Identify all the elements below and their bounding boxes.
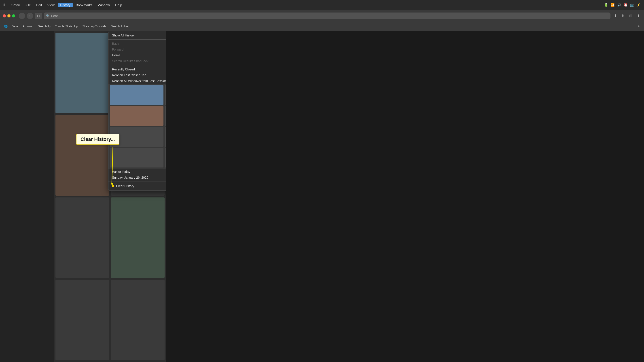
clear-history-item[interactable]: Clear History...: [108, 183, 166, 189]
address-text: Sear...: [51, 14, 60, 18]
bookmark-amazon[interactable]: Amazon: [21, 24, 35, 28]
battery-icon: 🔋: [604, 3, 608, 7]
bookmarks-bar: 🌐 Desk Amazon SketchUp Trimble SketchUp …: [0, 22, 644, 31]
preview-block-6: [165, 127, 166, 147]
preview-block-7: [110, 148, 164, 168]
menu-history[interactable]: History: [58, 3, 73, 8]
sidebar: [0, 31, 54, 362]
show-all-history-item[interactable]: Show All History ⌘Y: [108, 32, 166, 38]
recently-closed-item[interactable]: Recently Closed ▶: [108, 66, 166, 72]
bg-block-7: [56, 280, 109, 360]
search-icon: 🔍: [46, 14, 50, 18]
main-content: Show All History ⌘Y Back ⌘[ Forward ⌘] H…: [0, 31, 644, 362]
annotation-container: Clear History...: [76, 134, 120, 145]
sunday-date-label: Sunday, January 26, 2020: [112, 176, 148, 179]
menu-view[interactable]: View: [45, 3, 57, 8]
lifewire-favicon[interactable]: 🌐: [3, 23, 9, 30]
traffic-lights: [3, 14, 15, 18]
bluetooth-icon: ⚡: [636, 3, 640, 7]
add-bookmark-button[interactable]: +: [636, 24, 641, 29]
separator-3: [108, 182, 166, 182]
reopen-all-windows-item[interactable]: Reopen All Windows from Last Session: [108, 78, 166, 84]
toolbar-icons: ⬇ 🗑 ⊞ ⬆: [612, 13, 641, 19]
menu-safari[interactable]: Safari: [9, 3, 22, 8]
recently-closed-label: Recently Closed: [112, 68, 135, 71]
minimize-button[interactable]: [8, 14, 10, 18]
maximize-button[interactable]: [12, 14, 15, 18]
clear-history-label: Clear History...: [116, 184, 137, 188]
preview-block-8: [165, 148, 166, 168]
bg-block-3: [56, 115, 109, 196]
menu-window[interactable]: Window: [96, 3, 112, 8]
clear-history-dot-icon: [112, 185, 114, 187]
snapback-label: Search Results SnapBack: [112, 59, 148, 63]
bg-block-1: [56, 33, 109, 113]
menu-edit[interactable]: Edit: [34, 3, 44, 8]
share-button[interactable]: ⬆: [635, 13, 641, 19]
back-icon: ‹: [22, 14, 22, 18]
home-label: Home: [112, 54, 120, 57]
preview-blocks: [108, 84, 166, 169]
forward-button[interactable]: ›: [27, 13, 33, 19]
bookmark-trimble[interactable]: Trimble SketchUp: [53, 24, 80, 28]
lifewire-icon: 🌐: [4, 24, 8, 28]
show-all-history-label: Show All History: [112, 34, 134, 37]
menu-items: Safari File Edit View History Bookmarks …: [9, 3, 124, 8]
sunday-date-item[interactable]: Sunday, January 26, 2020 ▶: [108, 175, 166, 180]
sidebar-toggle-button[interactable]: ⊡: [35, 13, 42, 19]
preview-block-4: [165, 106, 166, 126]
volume-icon: 🔊: [617, 3, 621, 7]
history-content-preview: [108, 84, 166, 169]
menu-bar-right: 🔋 📶 🔊 ⏰ 📺 ⚡: [604, 3, 640, 7]
preview-block-1: [110, 85, 164, 105]
safari-toolbar: ‹ › ⊡ 🔍 Sear... ⬇ 🗑 ⊞ ⬆: [0, 10, 644, 22]
separator-2: [108, 65, 166, 65]
apple-menu[interactable]: : [4, 3, 5, 8]
earlier-today-item[interactable]: Earlier Today ▶: [108, 169, 166, 175]
bg-block-8: [111, 280, 164, 360]
forward-item: Forward ⌘]: [108, 46, 166, 52]
address-bar[interactable]: 🔍 Sear...: [44, 12, 610, 19]
forward-label: Forward: [112, 48, 124, 51]
browser-content: Show All History ⌘Y Back ⌘[ Forward ⌘] H…: [54, 31, 166, 362]
bg-block-5: [56, 198, 109, 278]
menu-help[interactable]: Help: [113, 3, 124, 8]
wifi-icon: 📶: [611, 3, 614, 7]
reopen-last-tab-label: Reopen Last Closed Tab: [112, 73, 146, 77]
home-item[interactable]: Home ⌘H: [108, 52, 166, 58]
clear-button[interactable]: 🗑: [620, 13, 626, 19]
separator-1: [108, 39, 166, 40]
forward-icon: ›: [30, 14, 31, 18]
back-label: Back: [112, 42, 119, 46]
annotation-label: Clear History...: [80, 136, 115, 142]
right-panel: [166, 31, 644, 362]
time-machine-icon: ⏰: [624, 3, 628, 7]
annotation-box: Clear History...: [76, 134, 120, 145]
bookmark-sketchup[interactable]: SketchUp: [36, 24, 52, 28]
preview-block-3: [110, 106, 164, 126]
bookmark-sketchup-tutorials[interactable]: Sketchup Tutorials: [81, 24, 108, 28]
zoom-button[interactable]: ⊞: [628, 13, 634, 19]
earlier-today-label: Earlier Today: [112, 170, 130, 174]
reopen-all-windows-label: Reopen All Windows from Last Session: [112, 79, 166, 83]
preview-block-2: [165, 85, 166, 105]
menu-bar:  Safari File Edit View History Bookmark…: [0, 0, 644, 10]
menu-file[interactable]: File: [23, 3, 33, 8]
bookmark-desk[interactable]: Desk: [10, 24, 20, 28]
back-button[interactable]: ‹: [19, 13, 25, 19]
history-dropdown-menu: Show All History ⌘Y Back ⌘[ Forward ⌘] H…: [108, 31, 166, 191]
reopen-last-tab-item[interactable]: Reopen Last Closed Tab ⇧⌘T: [108, 72, 166, 78]
bg-block-6: [111, 198, 164, 278]
close-button[interactable]: [3, 14, 6, 18]
airplay-icon: 📺: [630, 3, 634, 7]
snapback-item: Search Results SnapBack ⌥⌘S: [108, 58, 166, 64]
downloads-button[interactable]: ⬇: [612, 13, 618, 19]
bookmark-sketchup-help[interactable]: SketchUp Help: [109, 24, 132, 28]
menu-bookmarks[interactable]: Bookmarks: [74, 3, 95, 8]
back-item: Back ⌘[: [108, 41, 166, 46]
sidebar-icon: ⊡: [37, 14, 40, 18]
